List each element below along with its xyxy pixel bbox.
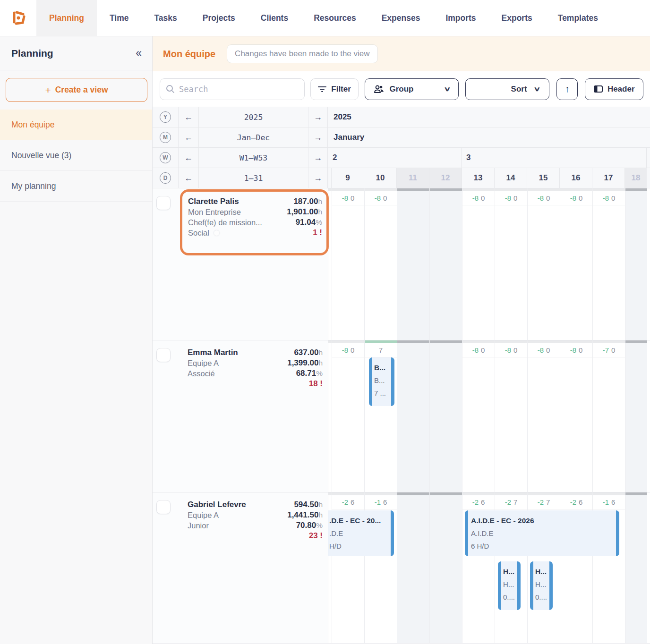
sidebar-view-item[interactable]: Mon équipe: [0, 110, 152, 140]
d-scale-icon[interactable]: D: [160, 172, 171, 184]
schedule-event[interactable]: H...H...0....: [530, 561, 553, 610]
day-header-cell[interactable]: 14: [494, 168, 527, 188]
prev-w-arrow[interactable]: ←: [179, 148, 199, 168]
day-header-cell[interactable]: 16: [559, 168, 592, 188]
resource-card-highlighted[interactable]: Clarette Palis187.00hMon Entreprise1,901…: [180, 189, 329, 255]
row-checkbox[interactable]: [156, 500, 171, 514]
sidebar-view-item[interactable]: My planning: [0, 171, 152, 202]
available-hours: -8: [538, 194, 544, 202]
prev-y-arrow[interactable]: ←: [179, 107, 199, 127]
row-checkbox[interactable]: [156, 348, 171, 362]
day-header-cell[interactable]: 13: [462, 168, 494, 188]
day-column[interactable]: -80: [332, 188, 364, 340]
day-column[interactable]: -80: [560, 340, 592, 492]
stat-number: 1,441.50: [287, 510, 318, 519]
tab-time[interactable]: Time: [97, 0, 142, 36]
day-column[interactable]: [625, 340, 647, 492]
sort-dropdown[interactable]: Sort ∨: [465, 78, 549, 100]
schedule-event[interactable]: B...B...7 ...: [369, 357, 394, 406]
search-box[interactable]: [160, 78, 305, 100]
day-column[interactable]: [625, 492, 647, 643]
day-column[interactable]: [429, 188, 462, 340]
day-column[interactable]: [429, 340, 462, 492]
available-hours: -8: [505, 194, 511, 202]
day-column[interactable]: -70: [592, 340, 625, 492]
sidebar-view-item[interactable]: Nouvelle vue (3): [0, 140, 152, 171]
day-column[interactable]: -80: [495, 188, 527, 340]
prev-d-arrow[interactable]: ←: [179, 168, 199, 188]
create-view-button[interactable]: + Create a view: [6, 78, 147, 102]
scheduled-hours: 0: [383, 194, 387, 202]
group-dropdown[interactable]: Group ∨: [365, 78, 458, 100]
collapse-sidebar-icon[interactable]: «: [136, 47, 142, 59]
tab-templates[interactable]: Templates: [545, 0, 611, 36]
day-header-cell[interactable]: 9: [331, 168, 364, 188]
available-hours: -8: [570, 346, 576, 354]
next-d-arrow[interactable]: →: [308, 168, 328, 188]
day-header-cell[interactable]: 12: [429, 168, 462, 188]
resource-row-timeline: -26-16-26-27-27-26-16.D.E - EC - 20....D…: [328, 492, 650, 643]
day-column[interactable]: -80: [495, 340, 527, 492]
day-header-cell[interactable]: 11: [396, 168, 429, 188]
sidebar-view-list: Mon équipeNouvelle vue (3)My planning: [0, 110, 152, 202]
header-toggle-button[interactable]: Header: [585, 78, 643, 100]
calendar-header: Y←2025→2025M←Jan–Dec→JanuaryW←W1–W53→23D…: [153, 107, 650, 188]
day-column[interactable]: [397, 340, 429, 492]
day-header-cell[interactable]: 10: [364, 168, 396, 188]
resource-card[interactable]: Gabriel Lefevre594.50hEquipe A1,441.50hJ…: [180, 493, 329, 559]
search-input[interactable]: [179, 85, 299, 94]
filter-button[interactable]: Filter: [310, 78, 359, 100]
next-y-arrow[interactable]: →: [308, 107, 328, 127]
day-column[interactable]: -80: [462, 340, 495, 492]
w-scale-icon[interactable]: W: [160, 152, 171, 163]
stat-number: 91.04: [296, 218, 316, 227]
day-availability-value: -80: [528, 343, 560, 357]
day-column[interactable]: -80: [560, 188, 592, 340]
next-m-arrow[interactable]: →: [308, 127, 328, 147]
day-header-cell[interactable]: 18: [624, 168, 647, 188]
capacity-strip: [328, 340, 332, 343]
sort-direction-button[interactable]: ↑: [556, 78, 578, 100]
day-column[interactable]: -80: [332, 340, 364, 492]
day-column[interactable]: [429, 492, 462, 643]
event-title: B...: [374, 361, 393, 374]
row-checkbox[interactable]: [156, 196, 171, 210]
tab-expenses[interactable]: Expenses: [369, 0, 433, 36]
tab-projects[interactable]: Projects: [190, 0, 248, 36]
day-column[interactable]: [397, 492, 429, 643]
day-column[interactable]: -80: [592, 188, 625, 340]
tab-resources[interactable]: Resources: [301, 0, 369, 36]
day-column[interactable]: [397, 188, 429, 340]
capacity-strip: [430, 492, 462, 495]
event-title: H...: [535, 565, 552, 578]
scheduled-hours: 7: [513, 498, 517, 506]
create-view-label: Create a view: [55, 85, 108, 95]
tab-exports[interactable]: Exports: [489, 0, 545, 36]
day-column[interactable]: [625, 188, 647, 340]
y-scale-icon[interactable]: Y: [160, 111, 171, 123]
day-column[interactable]: -80: [364, 188, 397, 340]
day-header-cell[interactable]: 15: [527, 168, 559, 188]
day-column[interactable]: -80: [462, 188, 495, 340]
day-header-cell[interactable]: 17: [592, 168, 624, 188]
stat-unit: h: [318, 348, 323, 356]
scheduled-hours: 0: [351, 346, 354, 354]
day-column[interactable]: -80: [527, 340, 560, 492]
tab-clients[interactable]: Clients: [248, 0, 301, 36]
schedule-event[interactable]: .D.E - EC - 20....D.EH/D: [328, 510, 394, 556]
schedule-event[interactable]: H...H...0....: [498, 561, 521, 610]
day-column[interactable]: -80: [527, 188, 560, 340]
schedule-event[interactable]: A.I.D.E - EC - 2026A.I.D.E6 H/D: [465, 510, 619, 556]
prev-m-arrow[interactable]: ←: [179, 127, 199, 147]
current-view-title: Mon équipe: [163, 49, 215, 59]
day-availability-value: -80: [495, 343, 527, 357]
m-scale-icon[interactable]: M: [160, 132, 171, 143]
tab-imports[interactable]: Imports: [433, 0, 488, 36]
tab-tasks[interactable]: Tasks: [141, 0, 189, 36]
tab-planning[interactable]: Planning: [36, 0, 97, 36]
app-logo[interactable]: [0, 0, 36, 36]
resource-card[interactable]: Emma Martin637.00hEquipe A1,399.00hAssoc…: [180, 341, 329, 407]
stat-number: 594.50: [294, 500, 318, 509]
resource-card-line: Clarette Palis187.00h: [188, 196, 322, 207]
next-w-arrow[interactable]: →: [308, 148, 328, 168]
